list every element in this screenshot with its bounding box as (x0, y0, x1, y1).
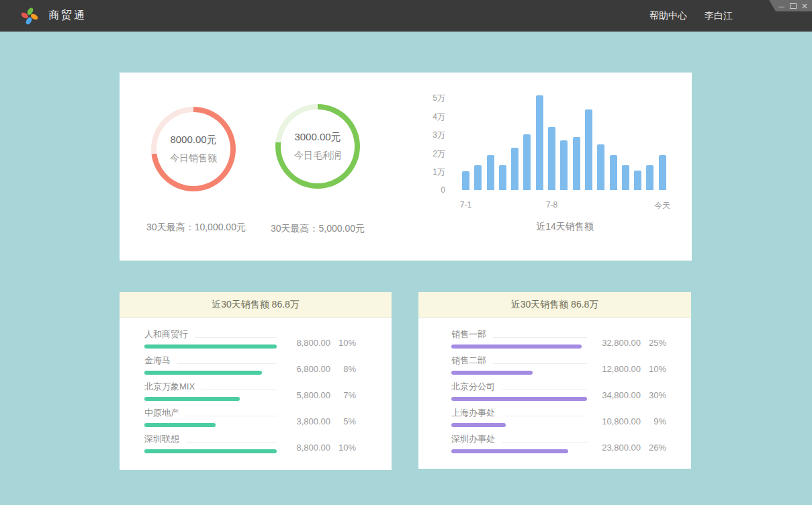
bar (462, 171, 469, 190)
bar (585, 109, 592, 190)
bar (511, 148, 518, 191)
minimize-icon[interactable] (778, 3, 784, 9)
bar (474, 165, 482, 190)
row-progress-track (144, 345, 277, 349)
row-name: 中原地产 (144, 408, 179, 418)
row-progress-track (451, 345, 587, 349)
window-controls (769, 0, 812, 11)
row-amount: 34,800.00 (602, 390, 641, 400)
sales-rank-row[interactable]: 北京万象MIX 5,800.00 7% (144, 381, 356, 401)
row-amount: 8,800.00 (296, 338, 330, 348)
row-percent: 25% (646, 338, 666, 348)
bar (487, 155, 494, 190)
sales-rank-row[interactable]: 金海马 6,800.00 8% (144, 355, 356, 375)
sales-rank-row[interactable]: 深圳联想 8,800.00 10% (144, 434, 356, 453)
sales-rank-row[interactable]: 销售二部 12,800.00 10% (451, 355, 666, 375)
today-profit-label: 今日毛利润 (294, 150, 341, 162)
row-progress-track (144, 423, 277, 427)
sales-rank-row[interactable]: 人和商贸行 8,800.00 10% (144, 329, 356, 349)
customers-panel-title: 近30天销售额 86.8万 (120, 292, 392, 318)
row-rule-line (493, 337, 587, 338)
user-name-link[interactable]: 李白江 (705, 10, 733, 22)
close-icon[interactable] (801, 3, 807, 9)
sales-rank-row[interactable]: 北京分公司 34,800.00 30% (451, 381, 666, 401)
row-progress-bar (144, 423, 216, 427)
sales-rank-row[interactable]: 上海办事处 10,800.00 9% (451, 408, 666, 427)
sales-rank-row[interactable]: 销售一部 32,800.00 25% (451, 329, 666, 349)
today-sales-label: 今日销售额 (170, 152, 217, 165)
y-tick-label: 5万 (415, 93, 445, 104)
row-name: 深圳联想 (144, 434, 179, 445)
y-tick-label: 3万 (415, 130, 445, 141)
row-progress-track (451, 449, 587, 453)
row-rule-line (177, 363, 277, 364)
help-center-link[interactable]: 帮助中心 (649, 10, 687, 22)
bar (659, 155, 666, 190)
row-percent: 7% (336, 390, 356, 400)
bar (523, 134, 531, 190)
row-percent: 8% (336, 364, 356, 374)
row-progress-bar (451, 397, 587, 401)
bar (610, 155, 617, 190)
row-rule-line (502, 416, 587, 416)
row-progress-track (451, 423, 587, 427)
row-name: 北京万象MIX (144, 381, 195, 392)
profit-30day-max: 30天最高：5,000.00元 (244, 223, 392, 235)
row-name: 金海马 (144, 355, 171, 366)
row-progress-bar (144, 397, 240, 401)
row-progress-track (144, 449, 277, 453)
row-name: 人和商贸行 (144, 329, 188, 340)
row-percent: 5% (336, 416, 356, 426)
row-progress-bar (144, 371, 262, 375)
row-rule-line (195, 337, 277, 338)
row-amount: 23,800.00 (602, 443, 641, 453)
row-amount: 10,800.00 (602, 416, 641, 426)
today-summary-card: 8000.00元 今日销售额 30天最高：10,000.00元 3000.00元… (120, 73, 692, 261)
bar (560, 140, 568, 191)
row-percent: 10% (646, 364, 666, 374)
row-progress-bar (451, 345, 582, 349)
row-amount: 12,800.00 (602, 364, 641, 374)
today-sales-value: 8000.00元 (170, 134, 216, 146)
sales-bar-chart (462, 73, 668, 190)
departments-sales-panel: 近30天销售额 86.8万 销售一部 32,800.00 25% 销售二部 (418, 292, 691, 469)
y-tick-label: 4万 (415, 111, 445, 123)
row-name: 销售二部 (451, 355, 486, 366)
row-amount: 6,800.00 (296, 364, 330, 374)
y-tick-label: 1万 (415, 167, 445, 178)
sales-rank-row[interactable]: 深圳办事处 23,800.00 26% (451, 434, 666, 453)
row-progress-bar (451, 449, 568, 453)
bar (597, 144, 604, 190)
x-tick-label: 7-8 (532, 200, 572, 210)
sales-rank-row[interactable]: 中原地产 3,800.00 5% (144, 408, 356, 427)
app-title: 商贸通 (48, 9, 87, 23)
row-progress-track (144, 397, 277, 401)
row-progress-track (451, 397, 587, 401)
row-name: 深圳办事处 (451, 434, 495, 445)
row-amount: 5,800.00 (296, 390, 330, 400)
y-tick-label: 0 (415, 185, 445, 195)
x-tick-label: 7-1 (446, 200, 486, 210)
row-progress-bar (144, 345, 277, 349)
bar (622, 165, 629, 190)
maximize-icon[interactable] (790, 3, 796, 9)
row-progress-bar (144, 449, 277, 453)
row-rule-line (493, 363, 587, 364)
row-rule-line (186, 416, 277, 416)
row-rule-line (186, 442, 277, 443)
today-sales-ring-chart: 8000.00元 今日销售额 (151, 107, 236, 191)
row-progress-bar (451, 423, 506, 427)
customers-panel-body: 人和商贸行 8,800.00 10% 金海马 6,800.00 8% (120, 318, 392, 453)
today-profit-value: 3000.00元 (294, 131, 341, 144)
row-amount: 3,800.00 (296, 416, 330, 426)
row-progress-track (451, 371, 587, 375)
row-percent: 30% (646, 390, 666, 400)
y-tick-label: 2万 (415, 148, 445, 160)
row-rule-line (201, 389, 277, 390)
departments-panel-body: 销售一部 32,800.00 25% 销售二部 12,800.00 10% (418, 318, 691, 453)
row-name: 上海办事处 (451, 408, 495, 418)
departments-panel-title: 近30天销售额 86.8万 (418, 292, 691, 318)
bar (548, 127, 555, 190)
bar (536, 95, 543, 190)
row-rule-line (502, 442, 587, 443)
